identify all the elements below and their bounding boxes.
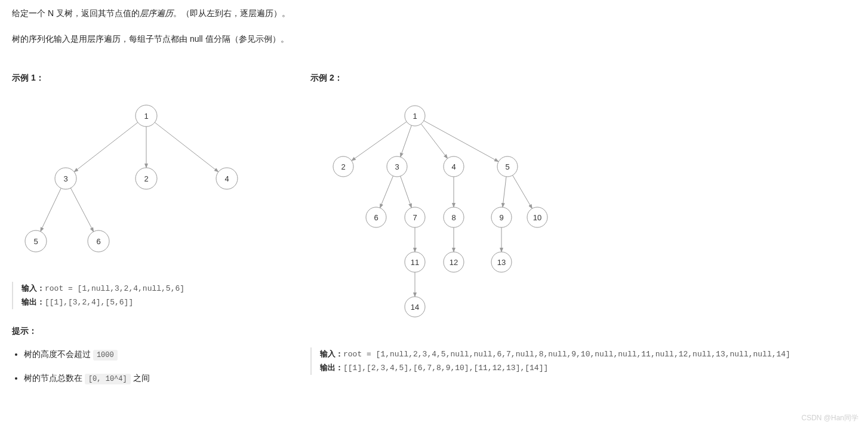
output-label: 输出： xyxy=(21,297,45,306)
tree-edge xyxy=(74,122,138,172)
example-1: 示例 1： 132456 输入：root = [1,null,3,2,4,nul… xyxy=(12,70,287,394)
tree-edge xyxy=(352,121,407,160)
example-2-tree: 1234567891011121314 xyxy=(310,98,555,325)
tree-node-label: 3 xyxy=(395,162,399,171)
input-label: 输入： xyxy=(21,284,45,293)
example-2-output: 输出：[[1],[2,3,4,5],[6,7,8,9,10],[11,12,13… xyxy=(320,361,856,375)
tree-node-label: 11 xyxy=(411,257,419,266)
problem-description: 给定一个 N 叉树，返回其节点值的层序遍历。（即从左到右，逐层遍历）。 树的序列… xyxy=(12,6,856,47)
tree-node-label: 9 xyxy=(499,213,503,221)
problem-line-2: 树的序列化输入是用层序遍历，每组子节点都由 null 值分隔（参见示例）。 xyxy=(12,32,856,47)
tree-edge xyxy=(401,125,412,157)
tree-node-label: 14 xyxy=(411,302,419,311)
input-label: 输入： xyxy=(320,349,343,358)
example-1-tree: 132456 xyxy=(12,98,257,259)
tree-edge xyxy=(513,175,533,208)
tree-node-label: 6 xyxy=(374,213,378,221)
tree-edge xyxy=(155,122,218,172)
tree-node-label: 5 xyxy=(33,236,38,245)
hints-list: 树的高度不会超过 1000 树的节点总数在 [0, 10^4] 之间 xyxy=(12,347,287,386)
text: 。（即从左到右，逐层遍历）。 xyxy=(173,8,290,18)
tree-node-label: 7 xyxy=(413,213,417,221)
tree-node-label: 5 xyxy=(505,162,509,171)
tree-node-label: 12 xyxy=(450,257,458,266)
problem-line-1: 给定一个 N 叉树，返回其节点值的层序遍历。（即从左到右，逐层遍历）。 xyxy=(12,6,856,21)
tree-node-label: 4 xyxy=(224,174,229,183)
output-value: [[1],[3,2,4],[5,6]] xyxy=(45,298,133,307)
tree-node-label: 2 xyxy=(341,162,345,171)
tree-node-label: 6 xyxy=(96,236,100,245)
hint-code: 1000 xyxy=(93,350,118,361)
input-value: root = [1,null,3,2,4,null,5,6] xyxy=(45,284,184,293)
example-1-output: 输出：[[1],[3,2,4],[5,6]] xyxy=(21,295,287,309)
hint-text: 树的节点总数在 xyxy=(24,373,85,383)
output-value: [[1],[2,3,4,5],[6,7,8,9,10],[11,12,13],[… xyxy=(343,364,548,372)
tree-node-label: 10 xyxy=(533,213,541,221)
examples-container: 示例 1： 132456 输入：root = [1,null,3,2,4,nul… xyxy=(12,70,856,394)
example-1-title: 示例 1： xyxy=(12,70,287,85)
tree-edge xyxy=(424,121,498,162)
tree-edge xyxy=(503,176,506,207)
hints-section: 提示： 树的高度不会超过 1000 树的节点总数在 [0, 10^4] 之间 xyxy=(12,324,287,386)
tree-edge xyxy=(421,124,447,158)
example-2-title: 示例 2： xyxy=(310,70,856,85)
tree-node-label: 3 xyxy=(63,174,67,183)
hint-item-1: 树的高度不会超过 1000 xyxy=(24,347,287,362)
hint-text: 树的高度不会超过 xyxy=(24,349,93,359)
tree-edge xyxy=(41,188,61,231)
tree-node-label: 4 xyxy=(451,162,455,171)
hint-text: 之间 xyxy=(131,373,150,383)
tree-node-label: 2 xyxy=(144,174,148,183)
input-value: root = [1,null,2,3,4,5,null,null,6,7,nul… xyxy=(343,350,790,359)
tree-node-label: 1 xyxy=(413,111,417,120)
hint-item-2: 树的节点总数在 [0, 10^4] 之间 xyxy=(24,371,287,386)
example-1-input: 输入：root = [1,null,3,2,4,null,5,6] xyxy=(21,282,287,295)
tree-node-label: 1 xyxy=(144,111,148,120)
example-2-io: 输入：root = [1,null,2,3,4,5,null,null,6,7,… xyxy=(310,347,856,375)
italic-text: 层序遍历 xyxy=(140,8,173,18)
tree-edge xyxy=(401,176,412,208)
tree-edge xyxy=(70,188,93,232)
tree-edge xyxy=(380,176,393,208)
example-2-input: 输入：root = [1,null,2,3,4,5,null,null,6,7,… xyxy=(320,347,856,361)
output-label: 输出： xyxy=(320,363,343,372)
text: 给定一个 N 叉树，返回其节点值的 xyxy=(12,8,140,18)
tree-node-label: 13 xyxy=(497,257,506,266)
hints-title: 提示： xyxy=(12,324,287,338)
hint-code: [0, 10^4] xyxy=(85,374,131,384)
tree-node-label: 8 xyxy=(451,213,455,221)
example-1-io: 输入：root = [1,null,3,2,4,null,5,6] 输出：[[1… xyxy=(12,282,287,309)
example-2: 示例 2： 1234567891011121314 输入：root = [1,n… xyxy=(310,70,856,394)
